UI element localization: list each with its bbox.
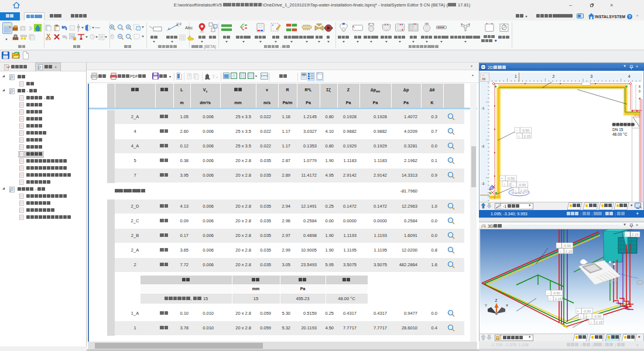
- svg-text:Y: Y: [485, 304, 487, 307]
- svg-text:2.15: 2.15: [520, 189, 527, 192]
- svg-text:?: ?: [189, 75, 190, 78]
- svg-text:↕: ↕: [518, 135, 520, 138]
- svg-text:-0.50: -0.50: [553, 291, 561, 295]
- svg-text:2: 2: [553, 74, 555, 78]
- svg-text:2.15: 2.15: [596, 321, 603, 324]
- svg-text:-0.50: -0.50: [563, 244, 571, 247]
- svg-text:-2: -2: [481, 144, 485, 148]
- svg-text:+: +: [74, 37, 76, 40]
- svg-text:↕: ↕: [515, 189, 516, 192]
- svg-text:4: 4: [628, 74, 631, 78]
- svg-text:3: 3: [590, 74, 592, 78]
- svg-text:48.00 °C: 48.00 °C: [612, 132, 628, 136]
- svg-text:-0.50: -0.50: [507, 177, 515, 180]
- svg-text:−: −: [557, 244, 560, 247]
- svg-text:↕: ↕: [590, 321, 592, 324]
- svg-text:2.15: 2.15: [632, 233, 639, 236]
- svg-text:A: A: [127, 26, 129, 29]
- svg-text:−: −: [547, 291, 549, 295]
- svg-text:T: T: [212, 74, 215, 80]
- svg-text:−: −: [512, 183, 515, 187]
- svg-text:−: −: [588, 315, 590, 318]
- svg-text:-1: -1: [481, 106, 485, 110]
- svg-text:-0.50: -0.50: [522, 129, 530, 132]
- svg-text:↕: ↕: [549, 297, 551, 301]
- svg-text:B: B: [639, 85, 640, 88]
- svg-text:-0.50: -0.50: [594, 315, 602, 318]
- svg-text:2.15: 2.15: [524, 135, 531, 138]
- svg-text:2.15: 2.15: [555, 297, 562, 301]
- svg-text:Z: Z: [495, 298, 498, 302]
- svg-text:-3: -3: [481, 182, 485, 185]
- svg-text:↕: ↕: [580, 315, 581, 319]
- svg-text:↕: ↕: [626, 233, 628, 236]
- svg-text:▪: ▪: [577, 309, 578, 313]
- svg-text:−: −: [516, 129, 518, 132]
- svg-text:2.15: 2.15: [566, 250, 573, 253]
- svg-text:1: 1: [515, 74, 517, 78]
- svg-text:▪: ▪: [501, 177, 502, 180]
- svg-text:↕: ↕: [503, 183, 505, 186]
- svg-text:X: X: [506, 304, 508, 307]
- svg-text:DN 15: DN 15: [612, 128, 624, 132]
- svg-text:-0.50: -0.50: [583, 309, 591, 313]
- svg-text:-0.50: -0.50: [518, 183, 526, 187]
- svg-text:↕: ↕: [560, 250, 561, 253]
